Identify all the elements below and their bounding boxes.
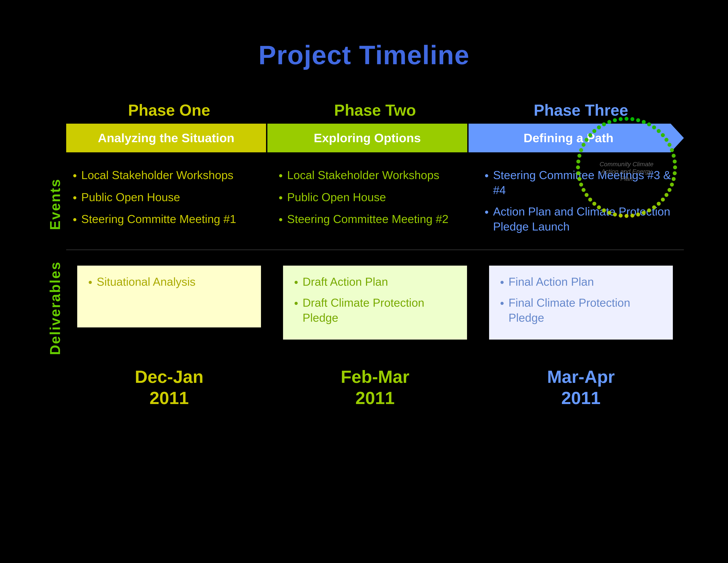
event-item: • Local Stakeholder Workshops xyxy=(279,168,471,183)
phase-one-bar: Analyzing the Situation xyxy=(66,124,266,152)
deliverables-side-label: Deliverables xyxy=(47,261,63,355)
divider-row xyxy=(44,245,684,254)
bullet-icon: • xyxy=(279,168,283,183)
phase-three-date: Mar-Apr 2011 xyxy=(478,366,684,409)
phase-three-date-line2: 2011 xyxy=(478,388,684,409)
phase-two-events: • Local Stakeholder Workshops • Public O… xyxy=(272,163,478,245)
svg-point-49 xyxy=(607,120,611,124)
phase-one-deliverables: • Situational Analysis xyxy=(66,261,272,355)
svg-point-24 xyxy=(636,212,640,216)
svg-point-29 xyxy=(607,211,611,215)
svg-point-41 xyxy=(577,154,581,158)
svg-point-39 xyxy=(576,165,580,169)
svg-point-18 xyxy=(664,193,668,197)
svg-point-17 xyxy=(668,188,672,192)
svg-point-19 xyxy=(661,197,665,201)
bullet-icon: • xyxy=(500,296,504,311)
event-item: • Local Stakeholder Workshops xyxy=(73,168,265,183)
svg-point-6 xyxy=(657,129,661,133)
svg-point-47 xyxy=(597,125,601,129)
svg-point-37 xyxy=(577,177,581,181)
svg-point-40 xyxy=(576,159,580,163)
svg-point-30 xyxy=(602,208,606,212)
svg-point-48 xyxy=(602,122,606,126)
deliverable-box-one: • Situational Analysis xyxy=(77,265,261,328)
svg-point-22 xyxy=(647,208,651,212)
deliverable-box-two: • Draft Action Plan • Draft Climate Prot… xyxy=(283,265,467,340)
svg-point-26 xyxy=(625,214,629,218)
svg-point-13 xyxy=(673,165,677,169)
bullet-icon: • xyxy=(279,212,283,227)
phase-one-date-line1: Dec-Jan xyxy=(66,366,272,388)
svg-point-42 xyxy=(579,148,583,152)
svg-point-43 xyxy=(582,143,585,147)
deliverable-item: • Final Climate Protection Pledge xyxy=(500,296,662,325)
circle-label: Community Climate xyxy=(600,161,653,167)
bullet-icon: • xyxy=(279,190,283,205)
svg-point-0 xyxy=(625,117,629,121)
svg-point-16 xyxy=(670,182,674,186)
svg-point-34 xyxy=(585,193,589,197)
deliverable-item: • Situational Analysis xyxy=(88,274,250,290)
bullet-icon: • xyxy=(88,275,92,290)
page-container: Project Timeline Phase One Phase Two Pha… xyxy=(0,0,728,563)
svg-point-45 xyxy=(588,133,592,137)
deliverables-content: • Situational Analysis • Draft Action Pl… xyxy=(66,261,684,355)
phase-two-label: Phase Two xyxy=(272,101,478,119)
svg-point-2 xyxy=(636,118,640,122)
svg-point-10 xyxy=(670,148,674,152)
svg-point-9 xyxy=(668,143,672,147)
events-side-label: Events xyxy=(47,178,63,230)
deliverable-item: • Draft Action Plan xyxy=(294,274,456,290)
svg-point-7 xyxy=(661,133,665,137)
dots-circle-svg: Community Climate Action and Energy Plan xyxy=(571,112,682,222)
phase-one-events: • Local Stakeholder Workshops • Public O… xyxy=(66,163,272,245)
svg-point-15 xyxy=(672,177,676,181)
phase-two-date: Feb-Mar 2011 xyxy=(272,366,478,409)
svg-point-32 xyxy=(592,202,596,206)
page-title: Project Timeline xyxy=(259,40,470,70)
circle-decoration: Community Climate Action and Energy Plan xyxy=(571,112,682,223)
dates-row: Dec-Jan 2011 Feb-Mar 2011 Mar-Apr 2011 xyxy=(44,366,684,409)
svg-point-21 xyxy=(652,205,656,209)
bullet-icon: • xyxy=(73,212,77,227)
svg-point-31 xyxy=(597,205,601,209)
svg-point-4 xyxy=(647,122,651,126)
svg-point-8 xyxy=(664,138,668,142)
bullet-icon: • xyxy=(485,205,489,220)
phase-two-bar: Exploring Options xyxy=(267,124,467,152)
circle-label-3: Plan xyxy=(620,175,633,182)
bullet-icon: • xyxy=(73,190,77,205)
svg-point-27 xyxy=(619,213,623,217)
svg-point-36 xyxy=(579,182,583,186)
circle-label-2: Action and Energy xyxy=(601,168,652,175)
deliverables-label-col: Deliverables xyxy=(44,261,66,355)
svg-point-25 xyxy=(630,213,634,217)
phase-one-label: Phase One xyxy=(66,101,272,119)
phase-one-date: Dec-Jan 2011 xyxy=(66,366,272,409)
bullet-icon: • xyxy=(485,168,489,183)
svg-point-46 xyxy=(592,129,596,133)
svg-point-28 xyxy=(613,212,617,216)
svg-point-50 xyxy=(613,118,617,122)
bullet-icon: • xyxy=(73,168,77,183)
phase-three-deliverables: • Final Action Plan • Final Climate Prot… xyxy=(478,261,684,355)
bullet-icon: • xyxy=(294,296,298,311)
svg-point-44 xyxy=(585,138,589,142)
deliverable-box-three: • Final Action Plan • Final Climate Prot… xyxy=(489,265,673,340)
svg-point-5 xyxy=(652,125,656,129)
svg-point-38 xyxy=(576,171,580,175)
svg-point-51 xyxy=(619,117,623,121)
phase-three-date-line1: Mar-Apr xyxy=(478,366,684,388)
svg-point-23 xyxy=(642,211,646,215)
bullet-icon: • xyxy=(500,275,504,290)
svg-point-20 xyxy=(657,202,661,206)
phase-two-date-line2: 2011 xyxy=(272,388,478,409)
deliverable-item: • Final Action Plan xyxy=(500,274,662,290)
bullet-icon: • xyxy=(294,275,298,290)
svg-point-12 xyxy=(673,159,677,163)
phase-one-date-line2: 2011 xyxy=(66,388,272,409)
event-item: • Steering Committe Meeting #1 xyxy=(73,212,265,227)
svg-point-35 xyxy=(582,188,585,192)
svg-point-3 xyxy=(642,120,646,124)
